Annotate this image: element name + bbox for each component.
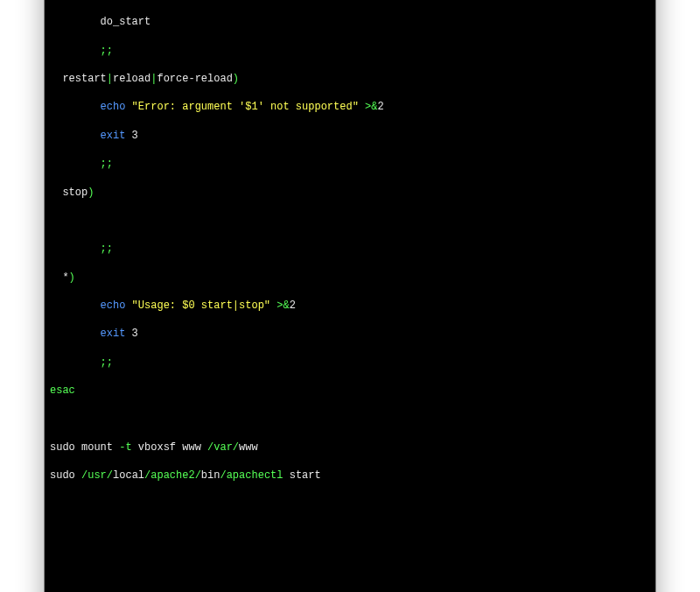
code-line: *) bbox=[50, 271, 650, 285]
code-line: ;; bbox=[50, 157, 650, 171]
code-line: ;; bbox=[50, 242, 650, 256]
code-line: start) bbox=[50, 0, 650, 1]
code-line: ;; bbox=[50, 356, 650, 370]
code-line: echo "Usage: $0 start|stop" >&2 bbox=[50, 299, 650, 313]
code-line: restart|reload|force-reload) bbox=[50, 72, 650, 86]
code-line bbox=[50, 412, 650, 426]
code-line: esac bbox=[50, 384, 650, 398]
code-line: ;; bbox=[50, 44, 650, 58]
code-line: exit 3 bbox=[50, 129, 650, 143]
code-line: echo "Error: argument '$1' not supported… bbox=[50, 100, 650, 114]
code-line: sudo mount -t vboxsf www /var/www bbox=[50, 440, 650, 455]
code-line: sudo /usr/local/apache2/bin/apachectl st… bbox=[50, 469, 650, 483]
editor-content[interactable]: fi } case "$1" in start) do_start ;; res… bbox=[50, 0, 650, 592]
code-line: exit 3 bbox=[50, 327, 650, 341]
terminal-area[interactable]: GNU nano 2.2.6 Fichier : /etc/init.d/rc.… bbox=[45, 0, 655, 592]
code-line: stop) bbox=[50, 186, 650, 200]
vm-window: Ubuntu Server 12.04 LTS [Running] GNU na… bbox=[44, 0, 656, 592]
code-line: do_start bbox=[50, 15, 650, 29]
code-line bbox=[50, 214, 650, 228]
